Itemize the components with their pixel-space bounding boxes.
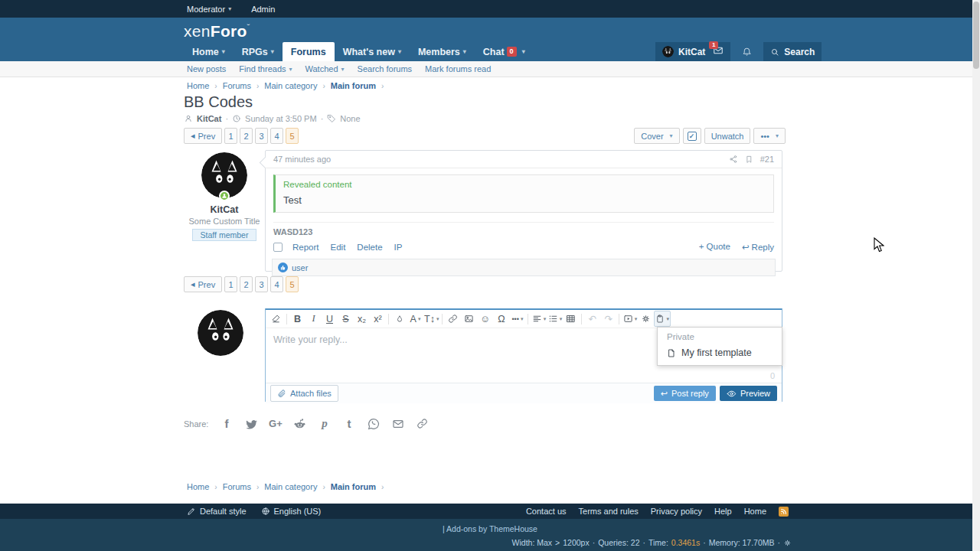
cover-button[interactable]: Cover ▾ (634, 128, 679, 144)
page-5-button-current[interactable]: 5 (286, 128, 299, 144)
email-icon[interactable] (391, 418, 404, 430)
share-icon[interactable] (729, 155, 738, 164)
unwatch-button[interactable]: Unwatch (704, 128, 751, 144)
font-family-button[interactable]: A ▾ (407, 311, 423, 327)
breadcrumb-main-forum[interactable]: Main forum (331, 482, 376, 491)
post-timestamp[interactable]: 47 minutes ago (273, 155, 331, 164)
page-3-button[interactable]: 3 (255, 128, 268, 144)
page-4-button[interactable]: 4 (270, 276, 283, 292)
smilies-button[interactable]: ☺ (477, 311, 493, 327)
moderator-menu[interactable]: Moderator ▾ (187, 5, 231, 14)
prev-page-button[interactable]: ◂ Prev (184, 128, 222, 144)
debug-queries[interactable]: Queries: 22 (598, 538, 639, 547)
site-logo[interactable]: xenForo˘ (184, 22, 250, 41)
insert-link-button[interactable] (445, 311, 461, 327)
tab-members[interactable]: Members ▾ (410, 42, 475, 61)
terms-link[interactable]: Terms and rules (579, 507, 639, 516)
strikethrough-button[interactable]: S (338, 311, 354, 327)
special-characters-button[interactable]: Ω (493, 311, 509, 327)
breadcrumb-main-forum[interactable]: Main forum (331, 81, 376, 90)
insert-media-button[interactable]: ▾ (622, 311, 638, 327)
templates-button[interactable]: ▾ (654, 311, 671, 327)
insert-image-button[interactable] (461, 311, 477, 327)
tab-forums[interactable]: Forums (283, 42, 335, 61)
admin-link[interactable]: Admin (251, 5, 275, 14)
reply-button[interactable]: ↩ Reply (742, 242, 774, 253)
gear-icon[interactable] (783, 539, 792, 547)
preview-button[interactable]: Preview (720, 386, 777, 401)
thread-date[interactable]: Sunday at 3:50 PM (245, 114, 317, 123)
page-5-button-current[interactable]: 5 (286, 276, 299, 292)
breadcrumb-main-category[interactable]: Main category (264, 81, 317, 90)
subnav-find-threads[interactable]: Find threads ▾ (239, 64, 292, 73)
underline-button[interactable]: U (322, 311, 338, 327)
search-button[interactable]: Search (763, 42, 822, 61)
superscript-button[interactable]: x² (370, 311, 386, 327)
tumblr-icon[interactable]: t (342, 417, 355, 430)
breadcrumb-home[interactable]: Home (187, 482, 209, 491)
attach-files-button[interactable]: Attach files (270, 385, 338, 402)
breadcrumb-home[interactable]: Home (187, 81, 209, 90)
bold-button[interactable]: B (289, 311, 305, 327)
subnav-mark-read[interactable]: Mark forums read (425, 64, 491, 73)
ip-link[interactable]: IP (394, 243, 403, 252)
help-link[interactable]: Help (714, 507, 732, 516)
page-2-button[interactable]: 2 (240, 276, 253, 292)
twitter-icon[interactable] (244, 418, 257, 430)
more-options-button[interactable]: ••• ▾ (753, 128, 786, 144)
select-post-button[interactable]: ✓ (683, 128, 701, 144)
font-size-button[interactable]: T↕ ▾ (423, 311, 439, 327)
page-4-button[interactable]: 4 (270, 128, 283, 144)
italic-button[interactable]: I (305, 311, 322, 327)
addons-credit[interactable]: | Add-ons by ThemeHouse (0, 524, 980, 533)
privacy-link[interactable]: Privacy policy (651, 507, 702, 516)
whatsapp-icon[interactable] (367, 418, 380, 430)
bookmark-icon[interactable] (745, 155, 753, 164)
subnav-watched[interactable]: Watched ▾ (305, 64, 345, 73)
toolbar-more-button[interactable]: ••• ▾ (509, 311, 525, 327)
report-link[interactable]: Report (292, 243, 319, 252)
subscript-button[interactable]: x₂ (354, 311, 370, 327)
tab-rpgs[interactable]: RPGs ▾ (234, 42, 283, 61)
remove-format-button[interactable] (268, 311, 284, 327)
template-item-my-first-template[interactable]: My first template (658, 344, 782, 365)
post-number[interactable]: #21 (760, 155, 774, 164)
debug-time-value[interactable]: 0.3461s (671, 538, 700, 547)
list-button[interactable]: ▾ (547, 311, 563, 327)
thread-author[interactable]: KitCat (197, 114, 221, 123)
delete-link[interactable]: Delete (357, 243, 382, 252)
breadcrumb-forums[interactable]: Forums (223, 482, 251, 491)
copy-link-icon[interactable] (416, 418, 429, 429)
inbox-button[interactable]: 1 (713, 45, 724, 58)
tab-chat[interactable]: Chat 0 ▾ (475, 42, 534, 61)
scrollbar-thumb[interactable] (973, 2, 979, 69)
reaction-user-link[interactable]: user (292, 263, 308, 272)
post-reply-button[interactable]: ↩ Post reply (654, 386, 716, 401)
quote-button[interactable]: + Quote (699, 242, 730, 253)
alignment-button[interactable]: ▾ (531, 311, 547, 327)
breadcrumb-forums[interactable]: Forums (223, 81, 251, 90)
footer-home-link[interactable]: Home (744, 507, 766, 516)
page-1-button[interactable]: 1 (224, 276, 237, 292)
pinterest-icon[interactable]: p (318, 417, 331, 430)
text-color-button[interactable] (391, 311, 407, 327)
editor-settings-button[interactable] (638, 311, 654, 327)
subnav-search-forums[interactable]: Search forums (358, 64, 413, 73)
google-plus-icon[interactable]: G+ (269, 418, 282, 429)
breadcrumb-main-category[interactable]: Main category (264, 482, 317, 491)
tab-whats-new[interactable]: What's new ▾ (335, 42, 410, 61)
page-1-button[interactable]: 1 (224, 128, 237, 144)
facebook-icon[interactable]: f (220, 417, 233, 430)
contact-us-link[interactable]: Contact us (526, 507, 567, 516)
scrollbar[interactable] (972, 0, 980, 551)
insert-table-button[interactable] (563, 311, 579, 327)
language-chooser[interactable]: English (US) (261, 507, 322, 516)
rss-icon[interactable] (779, 507, 789, 517)
page-2-button[interactable]: 2 (240, 128, 253, 144)
post-select-checkbox[interactable] (273, 243, 283, 252)
style-chooser[interactable]: Default style (187, 507, 247, 516)
alerts-button[interactable] (737, 42, 756, 61)
edit-link[interactable]: Edit (331, 243, 346, 252)
reddit-icon[interactable] (293, 417, 306, 430)
account-menu[interactable]: KitCat 1 (655, 42, 730, 61)
